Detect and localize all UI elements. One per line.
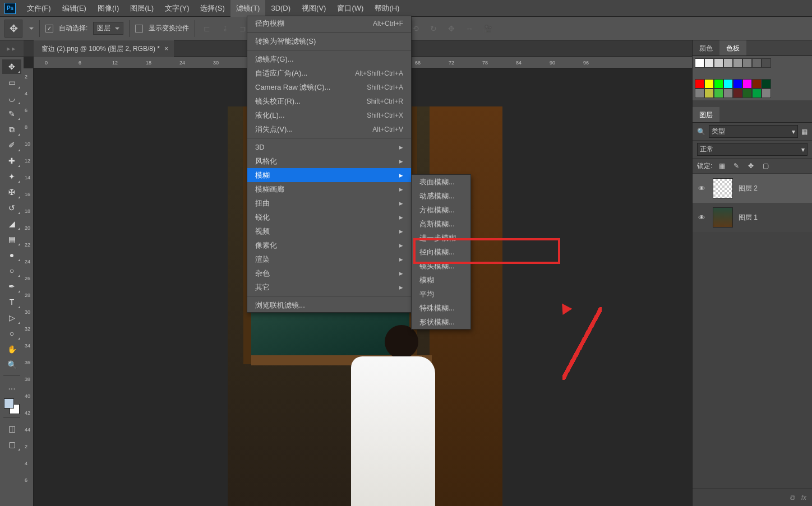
menu-window[interactable]: 窗口(W) [331, 0, 369, 17]
filter-convert-smart[interactable]: 转换为智能滤镜(S) [247, 34, 411, 48]
brush-tool[interactable]: ✦ [2, 169, 21, 184]
visibility-icon[interactable]: 👁 [698, 213, 707, 222]
dodge-tool[interactable]: ○ [2, 263, 21, 278]
swatch[interactable] [752, 58, 762, 68]
align-center-icon[interactable]: ⫱ [219, 22, 231, 35]
auto-select-target[interactable]: 图层 [93, 22, 123, 35]
3d-roll-icon[interactable]: ↻ [427, 22, 440, 35]
edit-toolbar[interactable]: … [2, 379, 21, 394]
swatch[interactable] [762, 89, 771, 98]
layer-row[interactable]: 👁图层 2 [693, 174, 812, 203]
filter-item[interactable]: 自适应广角(A)...Alt+Shift+Ctrl+A [247, 66, 411, 80]
tab-color[interactable]: 颜色 [693, 40, 719, 55]
filter-pixel-icon[interactable]: ▦ [801, 128, 808, 136]
swatch[interactable] [695, 79, 704, 89]
menu-file[interactable]: 文件(F) [21, 0, 57, 17]
color-swatches[interactable] [4, 398, 20, 414]
blur-tool[interactable]: ● [2, 248, 21, 262]
toolbar-header[interactable]: ▸▸ [0, 40, 24, 57]
3d-zoom-icon[interactable]: 🎥 [481, 22, 493, 35]
close-tab-icon[interactable]: × [164, 45, 168, 53]
marquee-tool[interactable]: ▭ [2, 75, 21, 90]
filter-submenu-item[interactable]: 模糊▸ [247, 168, 411, 182]
swatch[interactable] [752, 79, 762, 89]
filter-submenu-item[interactable]: 杂色▸ [247, 266, 411, 280]
menu-filter[interactable]: 滤镜(T) [230, 0, 266, 17]
gradient-tool[interactable]: ▤ [2, 232, 21, 247]
filter-submenu-item[interactable]: 模糊画廊▸ [247, 182, 411, 196]
quick-select-tool[interactable]: ✎ [2, 106, 21, 121]
3d-pan-icon[interactable]: ✥ [445, 22, 458, 35]
filter-item[interactable]: 滤镜库(G)... [247, 52, 411, 66]
blur-item[interactable]: 特殊模糊... [412, 301, 470, 315]
ruler-vertical[interactable]: 2468101214161820222426283032343638404244… [24, 68, 34, 506]
swatch[interactable] [704, 58, 714, 68]
auto-select-checkbox[interactable] [45, 25, 53, 33]
swatch[interactable] [733, 79, 742, 89]
filter-item[interactable]: 液化(L)...Shift+Ctrl+X [247, 108, 411, 122]
blur-item[interactable]: 表面模糊... [412, 175, 470, 189]
blur-item[interactable]: 形状模糊... [412, 315, 470, 329]
3d-slide-icon[interactable]: ↔ [463, 22, 476, 35]
history-brush-tool[interactable]: ↺ [2, 201, 21, 215]
layer-thumbnail[interactable] [713, 207, 733, 228]
filter-submenu-item[interactable]: 视频▸ [247, 224, 411, 238]
filter-submenu-item[interactable]: 渲染▸ [247, 252, 411, 266]
swatch[interactable] [704, 79, 714, 89]
eyedropper-tool[interactable]: ✐ [2, 138, 21, 152]
hand-tool[interactable]: ✋ [2, 342, 21, 356]
layer-thumbnail[interactable] [713, 178, 733, 198]
align-left-icon[interactable]: ⊏ [201, 22, 213, 35]
tab-layers[interactable]: 图层 [693, 107, 719, 122]
lock-brush-icon[interactable]: ✎ [731, 161, 741, 171]
swatch[interactable] [762, 79, 771, 89]
healing-tool[interactable]: ✚ [2, 154, 21, 168]
filter-last[interactable]: 径向模糊 Alt+Ctrl+F [247, 16, 411, 30]
filter-submenu-item[interactable]: 扭曲▸ [247, 196, 411, 210]
blur-item[interactable]: 高斯模糊... [412, 217, 470, 231]
swatch[interactable] [723, 58, 733, 68]
swatch[interactable] [742, 58, 752, 68]
swatch[interactable] [714, 89, 723, 98]
blur-item[interactable]: 模糊 [412, 273, 470, 287]
shape-tool[interactable]: ○ [2, 326, 21, 341]
swatch[interactable] [695, 89, 704, 98]
lock-position-icon[interactable]: ✥ [746, 161, 756, 171]
swatch[interactable] [723, 89, 733, 98]
visibility-icon[interactable]: 👁 [698, 184, 707, 193]
pen-tool[interactable]: ✒ [2, 279, 21, 294]
swatch[interactable] [752, 89, 762, 98]
eraser-tool[interactable]: ◢ [2, 216, 21, 231]
quick-mask-tool[interactable]: ◫ [2, 421, 21, 436]
swatch[interactable] [742, 89, 752, 98]
blend-mode-select[interactable]: 正常▾ [697, 143, 808, 156]
swatch[interactable] [742, 79, 752, 89]
lock-artboard-icon[interactable]: ▢ [760, 161, 771, 171]
swatch[interactable] [723, 79, 733, 89]
filter-item[interactable]: Camera Raw 滤镜(C)...Shift+Ctrl+A [247, 80, 411, 94]
lasso-tool[interactable]: ◡ [2, 91, 21, 105]
clone-tool[interactable]: ✠ [2, 185, 21, 199]
filter-submenu-item[interactable]: 风格化▸ [247, 154, 411, 168]
blur-item[interactable]: 方框模糊... [412, 203, 470, 217]
menu-view[interactable]: 视图(V) [296, 0, 331, 17]
move-tool[interactable]: ✥ [2, 59, 21, 74]
crop-tool[interactable]: ⧉ [2, 122, 21, 137]
swatch[interactable] [714, 79, 723, 89]
link-layers-icon[interactable]: ⧉ [790, 494, 795, 502]
filter-submenu-item[interactable]: 其它▸ [247, 280, 411, 294]
filter-item[interactable]: 消失点(V)...Alt+Ctrl+V [247, 122, 411, 136]
blur-item[interactable]: 动感模糊... [412, 189, 470, 203]
filter-submenu-item[interactable]: 像素化▸ [247, 238, 411, 252]
tab-swatches[interactable]: 色板 [719, 40, 746, 55]
foreground-color-swatch[interactable] [4, 398, 14, 408]
swatch[interactable] [695, 58, 704, 68]
menu-3d[interactable]: 3D(D) [265, 1, 296, 16]
screen-mode-tool[interactable]: ▢ [2, 437, 21, 452]
filter-browse-online[interactable]: 浏览联机滤镜... [247, 298, 411, 312]
swatch[interactable] [733, 58, 742, 68]
filter-submenu-item[interactable]: 3D▸ [247, 140, 411, 154]
menu-type[interactable]: 文字(Y) [159, 0, 195, 17]
swatch[interactable] [704, 89, 714, 98]
show-transform-checkbox[interactable] [135, 25, 143, 33]
